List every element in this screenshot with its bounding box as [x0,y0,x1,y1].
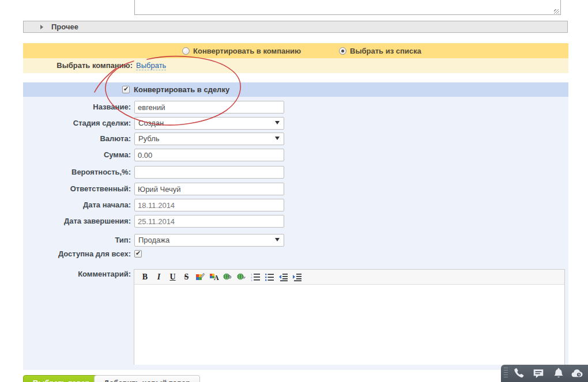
field-label: Сумма: [23,149,131,161]
field-row-sum: Сумма: [23,149,568,161]
underline-glyph: U [169,273,175,282]
phone-icon[interactable] [512,367,526,380]
field-row-end-date: Дата завершения: [23,215,568,228]
deal-probability-input[interactable] [134,166,284,179]
field-label: Доступна для всех: [23,248,131,260]
field-row-start-date: Дата начала: [23,199,568,211]
bottom-dock-panel [501,365,588,382]
available-for-all-checkbox[interactable] [134,250,142,258]
highlight-color-icon[interactable] [195,271,206,282]
field-label: Ответственный: [23,183,131,195]
comments-textarea[interactable] [134,0,561,15]
radio-choose-from-list-label: Выбрать из списка [350,47,421,55]
section-prochee[interactable]: Прочее [23,21,568,33]
radio-icon[interactable] [182,47,190,55]
chevron-down-icon [275,137,280,140]
field-row-available-for-all: Доступна для всех: [23,248,568,260]
choose-company-row: Выбрать компанию: Выбрать [23,58,568,73]
chevron-right-icon [40,25,43,29]
deal-stage-value: Создан [138,119,164,127]
insert-link-icon[interactable] [223,271,233,282]
italic-icon[interactable]: I [153,271,164,282]
bold-icon[interactable]: B [140,271,150,282]
font-color-icon[interactable]: A [209,271,220,282]
remove-link-icon[interactable] [236,271,247,282]
svg-text:3: 3 [251,279,252,282]
chat-icon[interactable] [532,367,545,380]
outdent-icon[interactable] [278,271,289,282]
section-prochee-label: Прочее [51,22,78,31]
deal-type-value: Продажа [138,236,169,244]
comment-editor-content[interactable] [134,285,564,365]
deal-currency-value: Рубль [138,134,160,143]
convert-deal-checkbox[interactable] [122,86,130,93]
deal-sum-input[interactable] [134,149,284,161]
convert-deal-bar: Конвертировать в сделку [23,82,568,97]
add-new-product-button[interactable]: Добавить новый товар [94,375,200,382]
strikethrough-icon[interactable]: S [181,271,192,282]
strikethrough-glyph: S [184,273,189,282]
field-row-type: Тип: Продажа [23,234,568,247]
cloud-history-icon[interactable] [570,367,584,380]
field-label: Название: [23,101,131,114]
radio-convert-to-company[interactable]: Конвертировать в компанию [182,43,301,58]
field-label: Комментарий: [23,268,131,281]
deal-stage-select[interactable]: Создан [134,117,284,130]
field-label: Тип: [23,234,131,247]
indent-icon[interactable] [292,271,303,282]
editor-toolbar: B I U S A [134,270,564,285]
textarea-resize-handle[interactable] [554,9,559,14]
field-row-stage: Стадия сделки: Создан [23,117,568,130]
deal-name-input[interactable] [134,101,284,114]
radio-choose-from-list[interactable]: Выбрать из списка [339,43,421,58]
ordered-list-icon[interactable]: 1 2 3 [250,271,261,282]
italic-glyph: I [157,273,160,282]
radio-selected-icon[interactable] [339,47,346,55]
crm-lead-convert-page: Прочее Конвертировать в компанию Выбрать… [0,0,588,382]
field-label: Дата начала: [23,199,131,211]
field-label: Дата завершения: [23,215,131,228]
comment-editor: B I U S A [134,269,565,365]
deal-form: Название: Стадия сделки: Создан Валюта: … [23,97,568,370]
deal-responsible-input[interactable] [134,183,284,195]
radio-convert-to-company-label: Конвертировать в компанию [193,47,301,55]
field-label: Валюта: [23,133,131,145]
svg-text:A: A [214,274,219,282]
underline-icon[interactable]: U [167,271,178,282]
company-convert-bar: Конвертировать в компанию Выбрать из спи… [23,43,568,58]
bold-glyph: B [142,273,148,282]
field-row-currency: Валюта: Рубль [23,133,568,145]
deal-currency-select[interactable]: Рубль [134,133,284,145]
chevron-down-icon [275,238,280,241]
field-label: Вероятность,%: [23,166,131,179]
dock-drag-handle[interactable] [504,368,508,379]
deal-type-select[interactable]: Продажа [134,234,284,247]
choose-product-button[interactable]: Выбрать товар [23,375,100,382]
field-row-probability: Вероятность,%: [23,166,568,179]
field-row-responsible: Ответственный: [23,183,568,195]
deal-end-date-input[interactable] [134,215,284,228]
convert-deal-label: Конвертировать в сделку [134,82,229,97]
notifications-bell-icon[interactable] [552,367,566,380]
choose-company-label: Выбрать компанию: [23,58,133,73]
field-label: Стадия сделки: [23,117,131,130]
field-row-name: Название: [23,101,568,114]
choose-company-link[interactable]: Выбрать [136,61,166,70]
unordered-list-icon[interactable] [264,271,275,282]
chevron-down-icon [275,121,280,124]
deal-start-date-input[interactable] [134,199,284,211]
